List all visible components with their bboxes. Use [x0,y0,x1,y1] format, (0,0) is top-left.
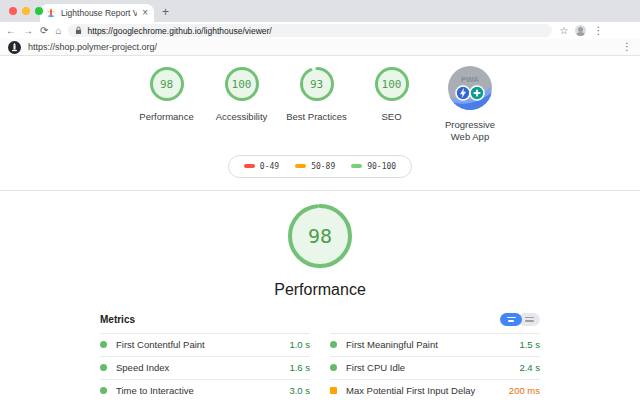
report-url-text: https://shop.polymer-project.org/ [28,42,615,52]
section-divider [0,190,640,191]
metric-value: 1.5 s [519,339,540,350]
score-gauge-best-practices[interactable]: 93 Best Practices [279,66,354,123]
lighthouse-logo-icon [8,41,21,54]
gauge-ring: 100 [224,66,260,102]
browser-toolbar: ← → ⟳ ⌂ https://googlechrome.github.io/l… [0,22,640,39]
legend-range-text: 90-100 [367,162,396,171]
pwa-label: Progressive Web App [440,119,500,144]
legend-color-dash [244,164,255,168]
metric-value: 2.4 s [519,362,540,373]
metric-name: First CPU Idle [346,362,405,373]
score-label: Best Practices [286,111,347,123]
metric-name: First Contentful Paint [116,339,205,350]
browser-menu-icon[interactable]: ⋮ [593,26,603,36]
metric-status-dot [330,387,337,394]
tab-strip: Lighthouse Report Viewer × + [0,0,640,22]
metric-status-dot [100,387,107,394]
forward-icon[interactable]: → [23,26,33,36]
performance-score-gauge[interactable]: 98 [286,202,354,270]
metrics-column: First Contentful Paint 1.0 s Speed Index… [100,333,310,400]
legend-item-0-49: 0-49 [244,162,279,171]
metrics-condensed-view-button[interactable] [500,313,522,326]
gauge-ring: 98 [149,66,185,102]
score-value: 93 [299,66,335,102]
tab-title: Lighthouse Report Viewer [61,8,137,18]
metric-row-time-to-interactive: Time to Interactive 3.0 s [100,379,310,400]
metric-row-speed-index: Speed Index 1.6 s [100,356,310,379]
minimize-window-button[interactable] [22,7,30,15]
browser-tab[interactable]: Lighthouse Report Viewer × [40,4,154,22]
close-window-button[interactable] [9,7,17,15]
legend-color-dash [351,164,362,168]
bookmark-star-icon[interactable]: ☆ [559,26,568,36]
legend-range-text: 50-89 [311,162,335,171]
performance-score-value: 98 [286,202,354,270]
score-label: Performance [139,111,193,123]
score-gauge-accessibility[interactable]: 100 Accessibility [204,66,279,123]
score-gauge-performance[interactable]: 98 Performance [129,66,204,123]
metric-value: 1.6 s [289,362,310,373]
performance-section-title: Performance [274,281,366,299]
gauge-ring: 100 [374,66,410,102]
score-legend-pill: 0-49 50-89 90-100 [228,155,412,178]
score-label: Accessibility [216,111,268,123]
maximize-window-button[interactable] [35,7,43,15]
score-label: SEO [381,111,401,123]
metric-name: Time to Interactive [116,385,194,396]
metric-name: Speed Index [116,362,169,373]
metric-row-first-contentful-paint: First Contentful Paint 1.0 s [100,333,310,356]
score-summary-row: 98 Performance 100 Accessibility 93 Best… [0,66,640,144]
performance-section-header: 98 Performance [0,202,640,299]
legend-item-50-89: 50-89 [295,162,335,171]
metric-status-dot [330,364,337,371]
metric-status-dot [100,341,107,348]
metrics-column: First Meaningful Paint 1.5 s First CPU I… [330,333,540,400]
metrics-header: Metrics [100,313,540,333]
address-bar[interactable]: https://googlechrome.github.io/lighthous… [68,24,552,37]
lighthouse-favicon-icon [46,8,56,18]
score-value: 100 [224,66,260,102]
metrics-table: First Contentful Paint 1.0 s Speed Index… [100,333,540,400]
metric-status-dot [100,364,107,371]
address-url: https://googlechrome.github.io/lighthous… [87,26,271,36]
metrics-section: Metrics First Contentful Paint 1.0 s Spe… [100,313,540,400]
back-icon[interactable]: ← [6,26,16,36]
legend-item-90-100: 90-100 [351,162,396,171]
score-value: 100 [374,66,410,102]
refresh-icon[interactable]: ⟳ [40,26,48,36]
home-icon[interactable]: ⌂ [55,26,61,36]
metric-value: 200 ms [509,385,540,396]
tab-close-icon[interactable]: × [142,8,148,18]
window-controls [9,7,43,15]
metric-row-max-potential-first-input-delay: Max Potential First Input Delay 200 ms [330,379,540,400]
gauge-ring: 93 [299,66,335,102]
legend-color-dash [295,164,306,168]
pwa-badge-text: PWA [461,75,479,84]
metric-row-first-meaningful-paint: First Meaningful Paint 1.5 s [330,333,540,356]
new-tab-button[interactable]: + [162,5,169,19]
score-legend: 0-49 50-89 90-100 [0,155,640,178]
profile-avatar[interactable] [575,25,586,36]
metric-status-dot [330,341,337,348]
pwa-badge-item[interactable]: PWA Progressive Web App [429,66,511,144]
pwa-badge-icon: PWA [448,66,492,110]
browser-window: Lighthouse Report Viewer × + ← → ⟳ ⌂ htt… [0,0,640,400]
metric-row-first-cpu-idle: First CPU Idle 2.4 s [330,356,540,379]
metrics-heading: Metrics [100,314,135,325]
lock-icon [75,26,82,35]
report-url-bar: https://shop.polymer-project.org/ ⋮ [0,39,640,56]
metrics-view-toggle [500,313,540,326]
score-value: 98 [149,66,185,102]
score-gauge-seo[interactable]: 100 SEO [354,66,429,123]
metric-value: 1.0 s [289,339,310,350]
metric-name: Max Potential First Input Delay [346,385,475,396]
report-menu-icon[interactable]: ⋮ [622,42,632,52]
legend-range-text: 0-49 [260,162,279,171]
metric-name: First Meaningful Paint [346,339,438,350]
metric-value: 3.0 s [289,385,310,396]
